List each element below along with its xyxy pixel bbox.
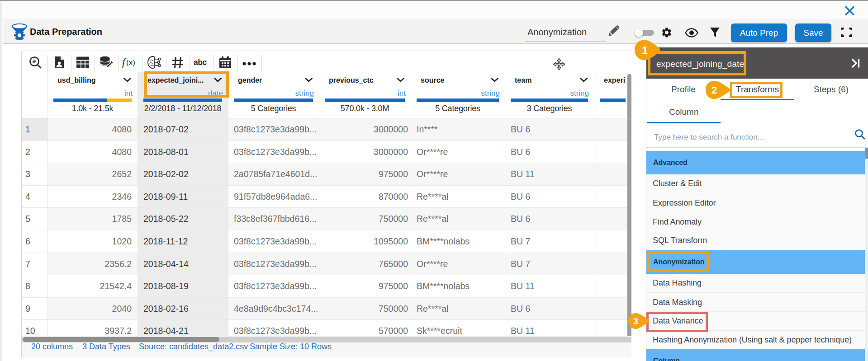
- svg-text:(x): (x): [126, 58, 135, 67]
- svg-text:2: 2: [711, 84, 717, 96]
- svg-text:1: 1: [642, 44, 648, 56]
- svg-text:3: 3: [633, 316, 638, 326]
- svg-text:abc: abc: [194, 58, 207, 66]
